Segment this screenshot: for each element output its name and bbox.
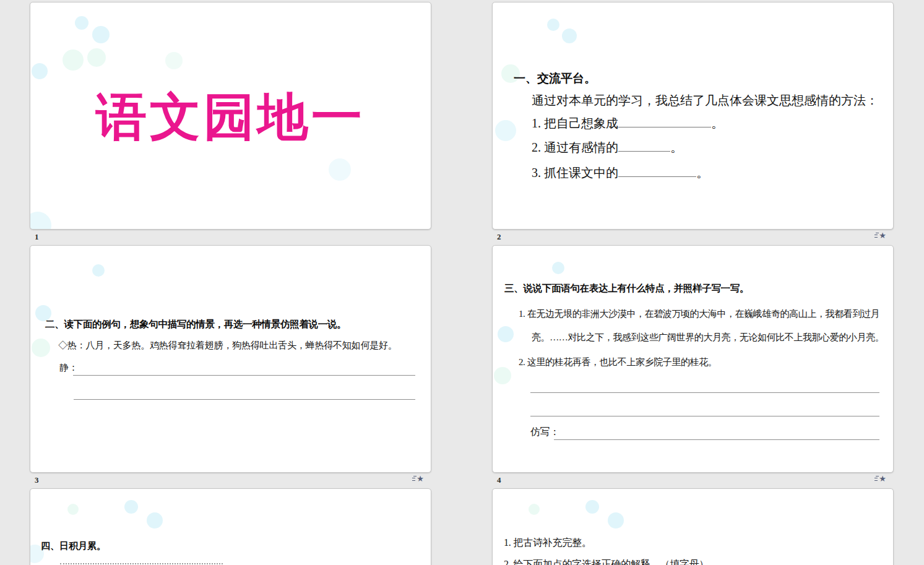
slide-number: 1 [35,232,39,242]
answer-line [530,416,879,416]
slide-number: 4 [497,475,501,485]
fill-blank-item: 3. 抓住课文中的。 [532,164,709,181]
sentence-line: 2. 这里的桂花再香，也比不上家乡院子里的桂花。 [519,356,717,368]
fill-blank-item: 2. 通过有感情的。 [532,139,683,156]
slide-1-thumbnail[interactable]: 语文园地一 [30,2,431,230]
exercise-item: 2. 给下面加点的字选择正确的解释。（填字母） [504,558,709,565]
sentence-line: 亮。……对比之下，我感到这些广阔世界的大月亮，无论如何比不上我那心爱的小月亮。 [532,332,884,343]
slide-6-thumbnail[interactable]: 1. 把古诗补充完整。 2. 给下面加点的字选择正确的解释。（填字母） [492,488,894,565]
bubble-decoration [32,339,50,357]
exercise-item: 1. 把古诗补充完整。 [504,537,592,550]
transition-star-icon[interactable]: ★ [879,231,886,240]
answer-line [73,375,415,376]
bubble-decoration [147,512,163,528]
bubble-decoration [92,264,105,277]
transition-star-icon[interactable]: ★ [417,475,424,483]
answer-blank [618,164,696,177]
slide-number: 3 [35,475,39,485]
fill-blank-item: 1. 把自己想象成。 [532,114,723,132]
slide-sorter-view: 语文园地一 1 一、交流平台。 通过对本单元的学习，我总结了几点体会课文思想感情… [0,0,924,565]
slide-4-thumbnail[interactable]: 三、说说下面语句在表达上有什么特点，并照样子写一写。 1. 在无边无垠的非洲大沙… [492,245,894,473]
example-sentence: ◇热：八月，天多热。鸡热得耷拉着翅膀，狗热得吐出舌头，蝉热得不知如何是好。 [58,340,397,352]
section-heading: 二、读下面的例句，想象句中描写的情景，再选一种情景仿照着说一说。 [45,318,346,331]
answer-line [554,439,879,440]
dotted-emphasis-line [60,563,223,564]
answer-blank [618,139,670,152]
bubble-decoration [92,26,110,43]
section-heading: 一、交流平台。 [514,71,596,87]
bubble-decoration [562,28,577,43]
slide-4-caption: 4 ★ [492,473,894,488]
bubble-decoration [547,19,559,31]
bubble-decoration [585,500,599,514]
bubble-decoration [552,262,564,274]
imitate-label: 仿写： [530,426,559,439]
bubble-decoration [124,500,138,514]
bubble-decoration [529,504,540,515]
slide-2-caption: 2 ★ [492,230,894,245]
answer-line [74,399,415,400]
section-heading: 三、说说下面语句在表达上有什么特点，并照样子写一写。 [504,282,749,295]
bubble-decoration [329,158,351,181]
answer-prompt: 静： [59,362,78,374]
bubble-decoration [32,63,48,79]
bubble-decoration [75,16,89,30]
bubble-decoration [498,326,514,342]
slide-1-caption: 1 [30,230,431,245]
slide-number: 2 [497,232,501,242]
slide-3-caption: 3 ★ [30,473,431,488]
slide-2-thumbnail[interactable]: 一、交流平台。 通过对本单元的学习，我总结了几点体会课文思想感情的方法： 1. … [492,2,894,230]
answer-line [530,392,879,393]
answer-blank [618,114,711,127]
slide-5-thumbnail[interactable]: 四、日积月累。 [30,488,431,565]
bubble-decoration [165,52,183,69]
bubble-decoration [494,367,511,384]
bubble-decoration [67,504,79,515]
sentence-line: 1. 在无边无垠的非洲大沙漠中，在碧波万顷的大海中，在巍峨雄奇的高山上，我都看到… [519,308,879,320]
section-heading: 四、日积月累。 [41,540,106,552]
slide-3-thumbnail[interactable]: 二、读下面的例句，想象句中描写的情景，再选一种情景仿照着说一说。 ◇热：八月，天… [30,245,431,473]
bubble-decoration [495,120,516,141]
transition-star-icon[interactable]: ★ [879,475,886,483]
bubble-decoration [608,512,624,528]
bubble-decoration [63,50,84,71]
slide-title-text: 语文园地一 [30,84,431,152]
bubble-decoration [30,212,51,230]
intro-text: 通过对本单元的学习，我总结了几点体会课文思想感情的方法： [532,92,878,109]
bubble-decoration [87,48,106,67]
